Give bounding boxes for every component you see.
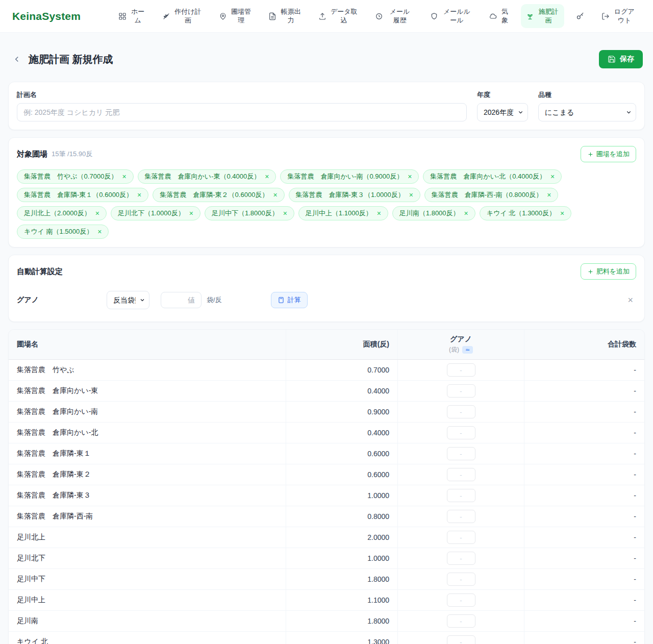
rounding-badge[interactable]: ≃ [462,346,473,354]
calc-value-input[interactable] [161,292,202,308]
guano-bags-input[interactable] [447,447,475,460]
plan-name-input[interactable] [17,103,467,121]
total-bags-value: - [524,569,644,590]
chip-close-icon[interactable]: × [408,173,412,180]
nav-item-password[interactable] [571,8,590,24]
table-row: 集落営農 倉庫隣-東１0.6000- [9,443,644,464]
calc-unit: 袋/反 [207,295,222,305]
guano-bags-input[interactable] [447,593,475,607]
nav-label: メールルール [442,8,472,24]
table-row: 集落営農 倉庫向かい-北0.4000- [9,423,644,443]
save-icon [608,55,616,63]
back-button[interactable] [10,53,23,66]
nav-item-mail-history[interactable]: メール履歴 [370,4,418,28]
field-chips: 集落営農 竹やぶ（0.7000反）× 集落営農 倉庫向かい-東（0.4000反）… [17,169,636,239]
col-header-guano: グアノ (袋) ≃ [398,330,524,360]
total-bags-value: - [524,611,644,632]
auto-calc-title: 自動計算設定 [17,267,63,277]
variety-label: 品種 [538,90,636,100]
chip-close-icon[interactable]: × [95,210,99,217]
field-chip[interactable]: 足川北下（1.0000反）× [111,206,200,220]
table-row: 集落営農 倉庫向かい-南0.9000- [9,402,644,423]
plan-name-label: 計画名 [17,90,467,100]
chip-close-icon[interactable]: × [265,173,269,180]
table-row: 足川中下1.8000- [9,569,644,590]
field-chip[interactable]: 足川北上（2.0000反）× [17,206,107,220]
guano-bags-input[interactable] [447,552,475,565]
chip-close-icon[interactable]: × [273,191,277,199]
chip-close-icon[interactable]: × [137,191,141,199]
calculate-button[interactable]: 計算 [271,292,308,308]
field-chip[interactable]: 集落営農 倉庫向かい-南（0.9000反）× [280,169,419,184]
total-bags-value: - [524,548,644,569]
guano-bags-input[interactable] [447,510,475,523]
add-field-button[interactable]: 圃場を追加 [581,146,636,162]
nav-item-mail-rules[interactable]: メールルール [425,4,478,28]
table-row: 足川北下1.0000- [9,548,644,569]
field-chip[interactable]: 集落営農 倉庫向かい-東（0.4000反）× [138,169,277,184]
chip-close-icon[interactable]: × [550,173,555,180]
chip-close-icon[interactable]: × [122,173,126,180]
nav-label: 作付け計画 [174,8,202,24]
field-chip[interactable]: 足川南（1.8000反）× [392,206,475,220]
calc-mode-select[interactable]: 反当袋数 [107,291,149,309]
guano-bags-input[interactable] [447,614,475,628]
nav-item-report-output[interactable]: 帳票出力 [263,4,307,28]
guano-bags-input[interactable] [447,489,475,502]
guano-bags-input[interactable] [447,573,475,586]
field-chip[interactable]: 集落営農 倉庫隣-東２（0.6000反）× [153,188,284,202]
nav-item-weather[interactable]: 気象 [484,4,514,28]
add-fertilizer-button[interactable]: 肥料を追加 [581,263,636,280]
field-chip[interactable]: キウイ 南（1.5000反）× [17,225,109,239]
field-chip[interactable]: キウイ 北（1.3000反）× [480,206,571,220]
target-fields-summary: 15筆 /15.90反 [52,150,92,159]
nav-item-field-management[interactable]: 圃場管理 [214,4,257,28]
chip-close-icon[interactable]: × [547,191,551,199]
auto-calc-card: 自動計算設定 肥料を追加 グアノ 反当袋数 袋/反 計算 × [8,255,645,322]
field-chip[interactable]: 集落営農 竹やぶ（0.7000反）× [17,169,134,184]
nav-item-logout[interactable]: ログアウト [596,4,641,28]
chip-close-icon[interactable]: × [283,210,287,217]
nav-item-data-import[interactable]: データ取込 [313,4,363,28]
total-bags-value: - [524,506,644,527]
save-button[interactable]: 保存 [599,50,643,68]
field-chip[interactable]: 集落営農 倉庫向かい-北（0.4000反）× [423,169,562,184]
nav-item-fertilization-plan[interactable]: 施肥計画 [521,4,564,28]
chip-close-icon[interactable]: × [189,210,193,217]
chip-close-icon[interactable]: × [409,191,413,199]
guano-bags-input[interactable] [447,635,475,644]
guano-bags-input[interactable] [447,363,475,377]
table-row: 集落営農 倉庫向かい-東0.4000- [9,381,644,402]
nav-label: 施肥計画 [538,8,559,24]
nav-item-home[interactable]: ホーム [113,4,150,28]
field-chip[interactable]: 集落営農 倉庫隣-西-南（0.8000反）× [424,188,559,202]
nav-item-cropping-plan[interactable]: 作付け計画 [157,4,207,28]
field-chip[interactable]: 集落営農 倉庫隣-東１（0.6000反）× [17,188,148,202]
table-row: 集落営農 竹やぶ0.7000- [9,360,644,381]
table-row: キウイ 北1.3000- [9,632,644,644]
table-row: 足川中上1.1000- [9,590,644,611]
field-chip[interactable]: 集落営農 倉庫隣-東３（1.0000反）× [289,188,420,202]
total-bags-value: - [524,360,644,381]
calculator-icon [278,296,285,304]
chip-close-icon[interactable]: × [97,228,102,235]
brand-logo[interactable]: KeinaSystem [12,10,81,22]
guano-bags-input[interactable] [447,405,475,418]
chip-close-icon[interactable]: × [464,210,468,217]
guano-bags-input[interactable] [447,468,475,481]
guano-bags-input[interactable] [447,426,475,439]
field-chip[interactable]: 足川中上（1.1000反）× [298,206,388,220]
map-pin-icon [219,12,227,20]
shield-icon [430,12,438,20]
guano-bags-input[interactable] [447,384,475,398]
remove-fertilizer-button[interactable]: × [624,294,636,307]
year-select[interactable]: 2026年度 [477,103,528,121]
chip-close-icon[interactable]: × [377,210,381,217]
grid-icon [118,12,127,20]
target-fields-card: 対象圃場 15筆 /15.90反 圃場を追加 集落営農 竹やぶ（0.7000反）… [8,137,645,247]
field-chip[interactable]: 足川中下（1.8000反）× [205,206,294,220]
variety-select[interactable]: にこまる [538,103,636,121]
guano-bags-input[interactable] [447,531,475,544]
chip-close-icon[interactable]: × [560,210,564,217]
table-row: 集落営農 倉庫隣-東２0.6000- [9,464,644,485]
